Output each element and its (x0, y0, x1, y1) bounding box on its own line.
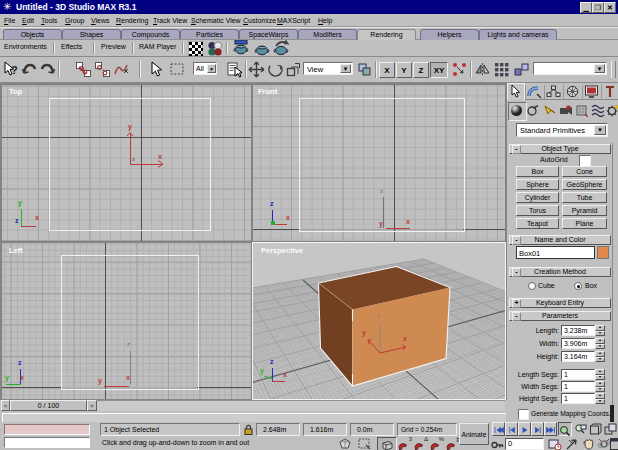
svg-text:?: ? (11, 64, 18, 76)
